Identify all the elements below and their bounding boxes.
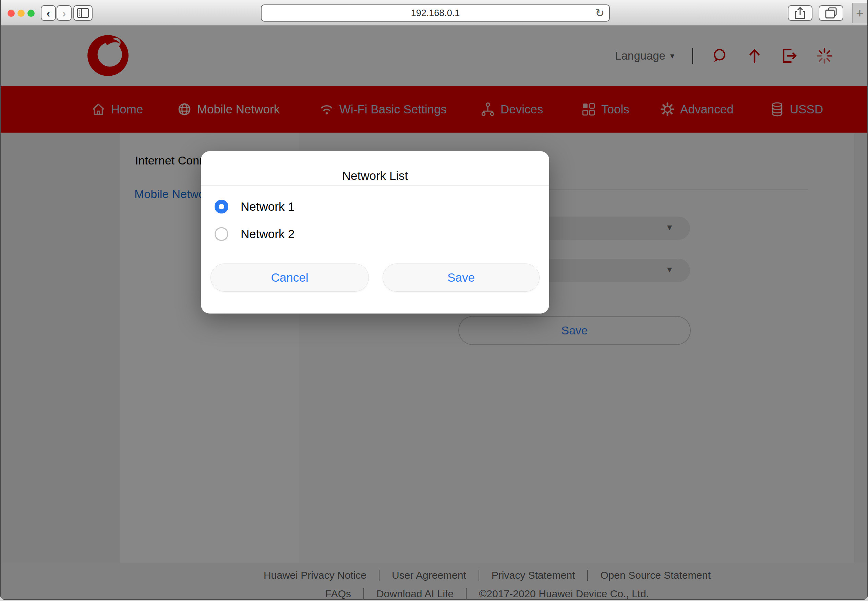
window-close-button[interactable] [8,9,15,17]
reload-icon[interactable]: ↻ [595,6,604,20]
radio-option-network-2[interactable]: Network 2 [215,226,295,241]
back-button[interactable]: ‹ [41,5,56,21]
radio-unselected-icon[interactable] [215,227,228,241]
browser-window: ‹ › 192.168.0.1 ↻ [1,0,867,599]
radio-selected-icon[interactable] [215,200,228,214]
tabs-icon [824,7,837,19]
plus-icon: + [856,6,863,21]
cancel-button[interactable]: Cancel [211,264,369,291]
browser-toolbar: ‹ › 192.168.0.1 ↻ [1,0,867,26]
sidebar-toggle-button[interactable] [73,5,93,21]
tabs-overview-button[interactable] [819,5,843,21]
url-text: 192.168.0.1 [411,8,460,18]
sidebar-toggle-icon [76,8,89,18]
radio-label[interactable]: Network 1 [241,200,295,214]
share-icon [794,6,806,20]
forward-button[interactable]: › [57,5,72,21]
url-field[interactable]: 192.168.0.1 ↻ [261,5,610,21]
radio-option-network-1[interactable]: Network 1 [215,199,295,214]
dialog-save-button[interactable]: Save [383,264,539,291]
network-list-dialog: Network List Network 1 Network 2 Cancel … [201,151,549,314]
dialog-title: Network List [201,169,549,183]
new-tab-button[interactable]: + [852,3,867,23]
radio-label[interactable]: Network 2 [241,227,295,241]
router-page: Language ▾ [1,26,867,599]
forward-icon: › [62,7,66,19]
window-minimize-button[interactable] [17,9,25,17]
share-button[interactable] [788,5,813,21]
dialog-divider [201,185,549,186]
window-zoom-button[interactable] [28,9,35,17]
back-icon: ‹ [46,7,50,19]
